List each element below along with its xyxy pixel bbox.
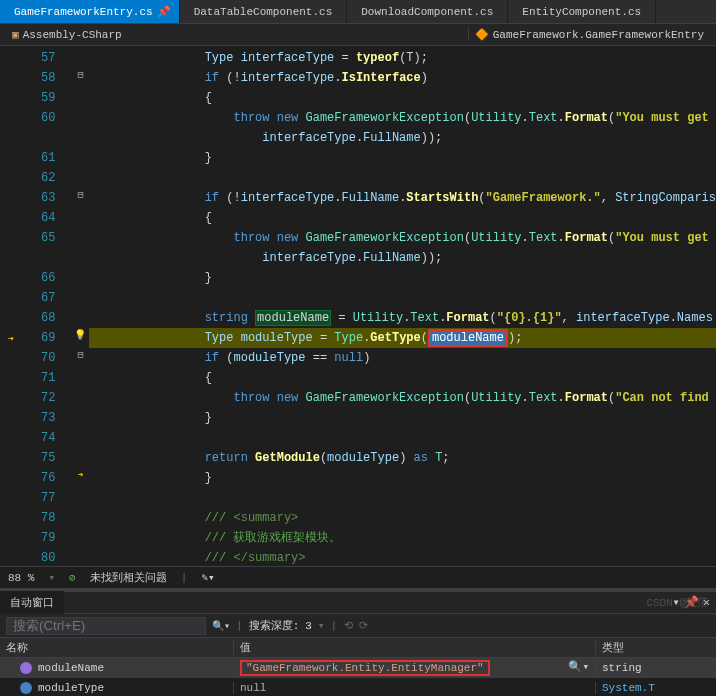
breadcrumb-symbol[interactable]: 🔶GameFramework.GameFrameworkEntry <box>468 28 710 41</box>
brush-icon[interactable]: ✎▾ <box>201 571 214 584</box>
debug-panel-toolbar: 🔍▾ | 搜索深度: 3 ▾ | ⟲ ⟳ <box>0 614 716 638</box>
line-number-gutter: 5758596061626364656667686970717273747576… <box>16 46 71 566</box>
col-type[interactable]: 类型 <box>596 640 716 655</box>
code-editor[interactable]: ➔ 57585960616263646566676869707172737475… <box>0 46 716 566</box>
tab-downloadcomponent[interactable]: DownloadComponent.cs <box>347 0 508 23</box>
breadcrumb-project[interactable]: ▣Assembly-CSharp <box>6 28 128 41</box>
search-icon: 🔍▾ <box>568 660 589 673</box>
code-body[interactable]: Type interfaceType = typeof(T); if (!int… <box>89 46 716 566</box>
status-bar: 88 % ▾ ⊘ 未找到相关问题 | ✎▾ <box>0 566 716 588</box>
depth-label: 搜索深度: <box>249 618 300 633</box>
panel-pin-icon[interactable]: 📌 <box>684 595 699 610</box>
debug-table-header: 名称 值 类型 <box>0 638 716 658</box>
table-row[interactable]: moduleTypenullSystem.T <box>0 678 716 696</box>
tab-datatablecomponent[interactable]: DataTableComponent.cs <box>180 0 348 23</box>
panel-dropdown-icon[interactable]: ▾ <box>673 595 680 610</box>
breadcrumb: ▣Assembly-CSharp 🔶GameFramework.GameFram… <box>0 24 716 46</box>
file-tabs: GameFrameworkEntry.cs📌 DataTableComponen… <box>0 0 716 24</box>
tab-gameframeworkentry[interactable]: GameFrameworkEntry.cs📌 <box>0 0 180 23</box>
col-name[interactable]: 名称 <box>0 640 234 655</box>
issues-status: 未找到相关问题 <box>90 570 167 585</box>
check-icon: ⊘ <box>69 571 76 584</box>
fold-gutter[interactable]: ⊟⊟💡⊟➔⊟ <box>71 46 89 566</box>
search-input[interactable] <box>6 617 206 635</box>
tab-entitycomponent[interactable]: EntityComponent.cs <box>508 0 656 23</box>
depth-value[interactable]: 3 <box>305 620 312 632</box>
col-value[interactable]: 值 <box>234 640 596 655</box>
table-row[interactable]: moduleName"GameFramework.Entity.EntityMa… <box>0 658 716 678</box>
breakpoint-gutter[interactable]: ➔ <box>0 46 16 566</box>
pin-icon: 📌 <box>157 5 165 18</box>
zoom-level[interactable]: 88 % <box>8 572 34 584</box>
debug-panel-tabs: 自动窗口 ▾ 📌 ✕ <box>0 592 716 614</box>
panel-close-icon[interactable]: ✕ <box>703 595 710 610</box>
autos-tab[interactable]: 自动窗口 <box>0 591 64 614</box>
debug-table-body: moduleName"GameFramework.Entity.EntityMa… <box>0 658 716 696</box>
search-icon[interactable]: 🔍▾ <box>212 620 230 632</box>
